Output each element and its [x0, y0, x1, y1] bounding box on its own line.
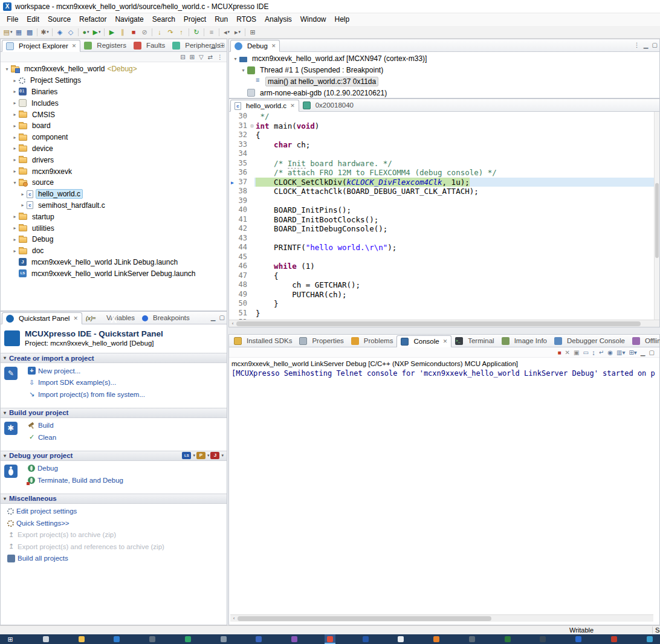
tab-debug[interactable]: Debug✕: [230, 40, 280, 52]
tree-item-includes[interactable]: ▸Includes: [1, 97, 227, 109]
menu-help[interactable]: Help: [330, 13, 354, 26]
scrollbar-thumb[interactable]: [236, 321, 641, 326]
open-console-icon[interactable]: ⊞▾: [629, 349, 636, 356]
code-editor[interactable]: 30 */31⊟int main(void)32{33 char ch;3435…: [229, 112, 659, 321]
code-line-42[interactable]: 42 BOARD_InitDebugConsole();: [229, 224, 659, 234]
tab-terminal[interactable]: Terminal: [451, 335, 497, 347]
tree-item-mcxn9xxevk-hello-world-axf-mcxn947-cortex-m33[interactable]: ▾mcxn9xxevk_hello_world.axf [MCXN947 (co…: [229, 53, 659, 65]
code-line-48[interactable]: 48 ch = GETCHAR();: [229, 280, 659, 290]
code-line-41[interactable]: 41 BOARD_InitBootClocks();: [229, 215, 659, 225]
code-line-37[interactable]: ▶37 CLOCK_SetClkDiv(kCLOCK_DivFlexcom4Cl…: [229, 178, 659, 187]
view-menu-icon[interactable]: ⋮: [217, 54, 223, 60]
taskbar-app-7[interactable]: [253, 634, 264, 644]
save-icon[interactable]: ▦: [13, 27, 24, 37]
restart-icon[interactable]: ↻: [191, 27, 202, 37]
pin-editor-icon[interactable]: ⊞: [247, 27, 258, 37]
terminate-console-icon[interactable]: ■: [558, 349, 561, 356]
scroll-lock-icon[interactable]: ↨: [592, 349, 595, 356]
import-wizard-icon[interactable]: ◇: [65, 27, 76, 37]
probe-j-icon[interactable]: [210, 452, 219, 459]
maximize-view-icon[interactable]: ▢: [652, 42, 658, 48]
scroll-left-icon[interactable]: ‹: [230, 616, 238, 621]
taskbar-app-16[interactable]: [573, 634, 584, 644]
code-line-46[interactable]: 46 while (1): [229, 262, 659, 271]
tab-project-explorer[interactable]: Project Explorer✕: [2, 40, 80, 52]
step-into-icon[interactable]: ↓: [154, 27, 165, 37]
tab-problems[interactable]: Problems: [348, 335, 397, 347]
menu-edit[interactable]: Edit: [22, 13, 44, 26]
twisty-icon[interactable]: ▸: [11, 248, 19, 254]
probe-p-icon[interactable]: [196, 452, 205, 459]
code-line-39[interactable]: 39: [229, 196, 659, 206]
resume-icon[interactable]: ▶: [106, 27, 117, 37]
twisty-icon[interactable]: ▸: [11, 135, 19, 140]
close-tab-icon[interactable]: ✕: [443, 338, 448, 344]
step-over-icon[interactable]: ↷: [165, 27, 176, 37]
menu-source[interactable]: Source: [44, 13, 75, 26]
tree-item-binaries[interactable]: ▸Binaries: [1, 86, 227, 98]
twisty-icon[interactable]: ▾: [11, 180, 19, 185]
taskbar-app-18[interactable]: [644, 634, 655, 644]
code-line-38[interactable]: 38 CLOCK_AttachClk(BOARD_DEBUG_UART_CLK_…: [229, 187, 659, 196]
step-return-icon[interactable]: ↑: [176, 27, 187, 37]
disconnect-icon[interactable]: ⊘: [139, 27, 150, 37]
instruction-stepping-icon[interactable]: ≡: [206, 27, 217, 37]
tree-item-main-at-hello-world-c-37-0x11da[interactable]: main() at hello_world.c:37 0x11da: [229, 76, 659, 88]
filter-icon[interactable]: ▽: [199, 54, 204, 60]
tab-0x20018040[interactable]: 0x20018040: [299, 99, 357, 111]
menu-refactor[interactable]: Refactor: [75, 13, 111, 26]
code-line-33[interactable]: 33 char ch;: [229, 140, 659, 150]
code-line-35[interactable]: 35 /* Init board hardware. */: [229, 159, 659, 169]
twisty-icon[interactable]: ▸: [11, 146, 19, 151]
tree-item-debug[interactable]: ▸Debug: [1, 234, 227, 245]
menu-search[interactable]: Search: [148, 13, 180, 26]
expand-all-icon[interactable]: ⊞: [190, 54, 195, 60]
taskbar-app-12[interactable]: [431, 634, 442, 644]
menu-project[interactable]: Project: [180, 13, 210, 26]
tree-item-source[interactable]: ▾source: [1, 177, 227, 188]
code-line-30[interactable]: 30 */: [229, 112, 659, 121]
tab-hello-world-c[interactable]: hello_world.c✕: [230, 100, 299, 112]
scrollbar-thumb[interactable]: [655, 183, 659, 259]
twisty-icon[interactable]: ▸: [11, 157, 19, 163]
word-wrap-icon[interactable]: ↵: [599, 349, 604, 356]
taskbar-app-4[interactable]: [147, 634, 158, 644]
code-line-50[interactable]: 50 }: [229, 299, 659, 309]
view-menu-icon[interactable]: ⋮: [634, 42, 640, 48]
twisty-icon[interactable]: ▸: [19, 192, 27, 197]
tree-item-mcxn9xxevk-hello-world[interactable]: ▾mcxn9xxevk_hello_world<Debug>: [1, 63, 227, 75]
tree-item-arm-none-eabi-gdb-10-2-90-20210621[interactable]: arm-none-eabi-gdb (10.2.90.20210621): [229, 87, 659, 98]
forward-icon[interactable]: ▸▾: [232, 27, 243, 37]
tree-item-semihost-hardfault-c[interactable]: ▸semihost_hardfault.c: [1, 200, 227, 211]
link-with-editor-icon[interactable]: ⇄: [208, 54, 213, 60]
twisty-icon[interactable]: ▸: [11, 169, 19, 174]
code-line-40[interactable]: 40 BOARD_InitPins();: [229, 205, 659, 215]
minimize-view-icon[interactable]: ▁: [641, 349, 645, 356]
fold-marker-icon[interactable]: ⊟: [248, 121, 256, 131]
new-project-wizard-icon[interactable]: ◈: [54, 27, 65, 37]
scroll-left-icon[interactable]: ‹: [229, 321, 236, 326]
taskbar-app-13[interactable]: [467, 634, 477, 644]
tab-properties[interactable]: Properties: [296, 335, 347, 347]
menu-run[interactable]: Run: [210, 13, 232, 26]
run-toolbar-icon[interactable]: ▶▾: [91, 27, 102, 37]
menu-file[interactable]: File: [2, 13, 22, 26]
tree-item-doc[interactable]: ▸doc: [1, 245, 227, 257]
tab-installed-sdks[interactable]: Installed SDKs: [230, 335, 296, 347]
close-tab-icon[interactable]: ✕: [72, 43, 77, 49]
code-line-34[interactable]: 34: [229, 149, 659, 159]
twisty-icon[interactable]: ▸: [19, 202, 27, 208]
tab-image-info[interactable]: Image Info: [498, 335, 551, 347]
code-line-36[interactable]: 36 /* attach FRO 12M to FLEXCOMM4 (debug…: [229, 168, 659, 178]
clear-console-icon[interactable]: ▭: [583, 349, 588, 356]
menu-analysis[interactable]: Analysis: [260, 13, 296, 26]
tree-item-drivers[interactable]: ▸drivers: [1, 154, 227, 166]
taskbar-app-17[interactable]: [609, 634, 620, 644]
menu-window[interactable]: Window: [296, 13, 331, 26]
tree-item-thread-1-1-suspended-breakpoint[interactable]: ▾Thread #1 1 (Suspended : Breakpoint): [229, 65, 659, 76]
twisty-icon[interactable]: ▸: [11, 112, 19, 117]
tree-item-mcxn9xxevk[interactable]: ▸mcxn9xxevk: [1, 166, 227, 177]
maximize-view-icon[interactable]: ▢: [219, 42, 225, 48]
tree-item-component[interactable]: ▸component: [1, 132, 227, 143]
taskbar-app-3[interactable]: [111, 634, 122, 644]
